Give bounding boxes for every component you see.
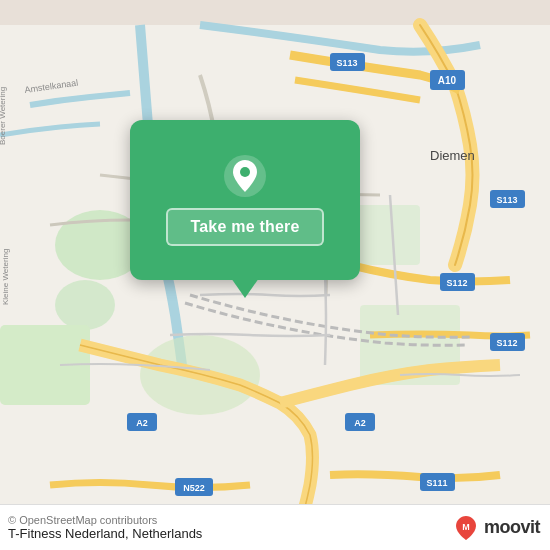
location-pin-icon — [223, 154, 267, 198]
svg-text:S113: S113 — [336, 58, 357, 68]
svg-text:Kleine Wetering: Kleine Wetering — [1, 249, 10, 305]
location-label: T-Fitness Nederland, Netherlands — [8, 526, 202, 541]
moovit-icon: M — [452, 514, 480, 542]
svg-point-2 — [55, 280, 115, 330]
svg-text:S112: S112 — [446, 278, 467, 288]
moovit-brand-text: moovit — [484, 517, 540, 538]
svg-text:A2: A2 — [136, 418, 148, 428]
take-me-there-button[interactable]: Take me there — [166, 208, 323, 246]
moovit-logo: M moovit — [452, 514, 540, 542]
svg-text:N522: N522 — [183, 483, 205, 493]
svg-text:Diemen: Diemen — [430, 148, 475, 163]
popup-card: Take me there — [130, 120, 360, 280]
bottom-bar: © OpenStreetMap contributors T-Fitness N… — [0, 504, 550, 550]
svg-text:S113: S113 — [496, 195, 517, 205]
map-container: A10 S113 S113 S112 S112 S111 A2 A2 N522 … — [0, 0, 550, 550]
svg-text:A2: A2 — [354, 418, 366, 428]
svg-text:M: M — [462, 522, 470, 532]
svg-text:Boerer Wetering: Boerer Wetering — [0, 87, 7, 145]
svg-text:S112: S112 — [496, 338, 517, 348]
osm-attribution: © OpenStreetMap contributors — [8, 514, 202, 526]
svg-text:S111: S111 — [426, 478, 447, 488]
svg-point-30 — [240, 167, 250, 177]
svg-text:A10: A10 — [438, 75, 457, 86]
